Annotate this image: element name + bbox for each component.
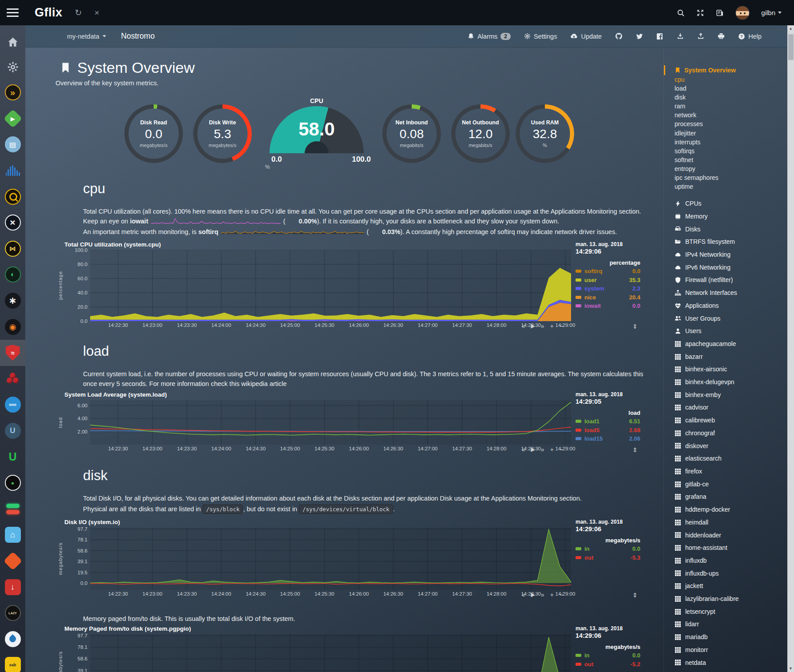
sidebar-item-turtle[interactable]: ● [0, 470, 25, 496]
sidebar-item-airsonic[interactable] [0, 158, 25, 184]
sidebar-item-share[interactable]: ∗ [0, 288, 25, 314]
zoom-in-icon[interactable]: + [550, 445, 554, 453]
sidebar-item-home[interactable] [0, 30, 25, 55]
menu-item-network[interactable]: network [675, 111, 794, 119]
menu-app-gitlab-ce[interactable]: gitlab-ce [675, 478, 794, 491]
gauge-disk-read[interactable]: Disk Read 0.0 megabytes/s [124, 104, 183, 163]
sidebar-item-diskover[interactable] [0, 183, 25, 210]
alarms-button[interactable]: Alarms2 [468, 33, 511, 40]
legend-row-out[interactable]: out-5.3 [576, 553, 640, 562]
sidebar-item-ubooquity[interactable]: U [0, 418, 25, 444]
menu-section-users[interactable]: Users [675, 325, 794, 338]
sidebar-item-netdata[interactable]: ≈ [0, 340, 25, 366]
sidebar-item-hydra[interactable]: ⋈ [0, 236, 25, 262]
menu-app-diskover[interactable]: diskover [675, 440, 794, 453]
chart-resize-handle[interactable]: ⇕ [632, 323, 638, 330]
gauge-net-inbound[interactable]: Net Inbound 0.08 megabits/s [382, 104, 441, 163]
menu-app-lazylibrarian-calibre[interactable]: lazylibrarian-calibre [675, 592, 794, 605]
menu-section-network-interfaces[interactable]: Network Interfaces [675, 286, 794, 299]
sidebar-item-organizr-home[interactable]: ⌂ [0, 522, 25, 548]
menu-item-ram[interactable]: ram [675, 102, 794, 111]
chart-system-io[interactable]: megabytes/s Disk I/O (system.io) 97.778.… [56, 519, 658, 599]
menu-item-processes[interactable]: processes [675, 119, 794, 128]
legend-row-load15[interactable]: load152.06 [576, 434, 640, 443]
print-icon[interactable] [718, 33, 725, 40]
menu-section-disks[interactable]: Disks [675, 223, 794, 236]
menu-item-idlejitter[interactable]: idlejitter [675, 129, 794, 138]
search-icon[interactable] [677, 9, 685, 17]
menu-item-uptime[interactable]: uptime [675, 182, 794, 191]
menu-item-ipc-semaphores[interactable]: ipc semaphores [675, 173, 794, 182]
zoom-out-icon[interactable]: − [560, 445, 563, 453]
sidebar-item-deluge[interactable] [0, 626, 25, 652]
avatar[interactable] [735, 6, 750, 20]
menu-item-softnet[interactable]: softnet [675, 155, 794, 164]
zoom-out-icon[interactable]: − [560, 591, 563, 599]
scrollbar-thumb[interactable] [788, 34, 794, 60]
menu-item-cpu[interactable]: cpu [675, 75, 794, 84]
chart-system-pgpgio[interactable]: megabytes/s Memory Paged from/to disk (s… [56, 625, 658, 672]
legend-row-load1[interactable]: load16.51 [576, 417, 640, 426]
chart-system-load[interactable]: load System Load Average (system.load) 6… [56, 391, 658, 453]
zoom-in-icon[interactable]: + [550, 322, 554, 330]
menu-app-elasticsearch[interactable]: elasticsearch [675, 452, 794, 465]
play-icon[interactable]: ▶ [531, 591, 535, 599]
pan-forward-icon[interactable]: » [541, 591, 544, 599]
menu-app-cadvisor[interactable]: cadvisor [675, 401, 794, 414]
menu-app-jackett[interactable]: jackett [675, 580, 794, 592]
menu-item-interrupts[interactable]: interrupts [675, 138, 794, 147]
facebook-icon[interactable] [656, 33, 663, 40]
chart-resize-handle[interactable]: ⇕ [632, 446, 638, 453]
menu-section-cpus[interactable]: CPUs [675, 197, 794, 210]
legend-row-in[interactable]: in0.0 [576, 651, 640, 660]
gauge-used-ram[interactable]: Used RAM 32.8 % [516, 104, 574, 163]
menu-app-mariadb[interactable]: mariadb [675, 631, 794, 644]
menu-app-bazarr[interactable]: bazarr [675, 350, 794, 363]
menu-app-netdata[interactable]: netdata [675, 656, 794, 669]
sidebar-item-jdownloader[interactable]: ↓ [0, 574, 25, 600]
sidebar-item-calibre-web[interactable]: ▤ [0, 131, 25, 158]
sidebar-item-gitlab[interactable] [0, 548, 25, 574]
menu-app-apacheguacamole[interactable]: apacheguacamole [675, 338, 794, 350]
fullscreen-icon[interactable] [696, 9, 704, 17]
scrollbar[interactable]: ▲ ▼ [787, 25, 794, 672]
menu-app-lidarr[interactable]: lidarr [675, 618, 794, 631]
chart-system-cpu[interactable]: percentage Total CPU utilization (system… [56, 241, 658, 330]
menu-app-grafana[interactable]: grafana [675, 490, 794, 503]
sidebar-item-green-u[interactable]: U [0, 444, 25, 470]
close-tab-icon[interactable]: × [94, 8, 99, 18]
twitter-icon[interactable] [636, 33, 643, 40]
legend-row-nice[interactable]: nice20.4 [576, 293, 640, 302]
changelog-icon[interactable] [716, 9, 724, 17]
play-icon[interactable]: ▶ [531, 445, 535, 453]
pan-backward-icon[interactable]: « [522, 591, 525, 599]
sidebar-item-chronograf[interactable]: ◐ [0, 262, 25, 288]
chart-plot-area[interactable] [90, 528, 571, 590]
sidebar-item-berries[interactable] [0, 366, 25, 392]
update-button[interactable]: Update [570, 32, 602, 40]
settings-button[interactable]: Settings [524, 33, 557, 40]
scroll-up-icon[interactable]: ▲ [787, 25, 794, 32]
menu-app-influxdb-ups[interactable]: influxdb-ups [675, 567, 794, 580]
menu-item-entropy[interactable]: entropy [675, 164, 794, 173]
menu-app-letsencrypt[interactable]: letsencrypt [675, 605, 794, 618]
menu-item-softirqs[interactable]: softirqs [675, 147, 794, 155]
menu-section-ipv6-networking[interactable]: IPv6 Networking [675, 261, 794, 274]
menu-app-monitorr[interactable]: monitorr [675, 644, 794, 656]
chart-resize-handle[interactable]: ⇕ [632, 592, 638, 599]
play-icon[interactable]: ▶ [531, 322, 535, 330]
sidebar-item-monitorr[interactable] [0, 496, 25, 522]
wikipedia-link[interactable]: wikipedia article [241, 380, 286, 387]
menu-section-firewall-netfilter-[interactable]: Firewall (netfilter) [675, 274, 794, 286]
menu-app-home-assistant[interactable]: home-assistant [675, 541, 794, 554]
github-icon[interactable] [615, 32, 623, 40]
menu-app-hiddenloader[interactable]: hiddenloader [675, 529, 794, 542]
chart-plot-area[interactable] [90, 250, 571, 321]
export-snapshot-icon[interactable] [697, 33, 704, 40]
sidebar-item-grafana[interactable]: ◉ [0, 314, 25, 340]
server-dropdown[interactable]: my-netdata [67, 33, 106, 40]
hamburger-menu-icon[interactable] [7, 8, 19, 17]
gauge-disk-write[interactable]: Disk Write 5.3 megabytes/s [193, 104, 252, 163]
sidebar-item-cadvisor[interactable]: × [0, 210, 25, 236]
menu-app-binhex-emby[interactable]: binhex-emby [675, 389, 794, 402]
